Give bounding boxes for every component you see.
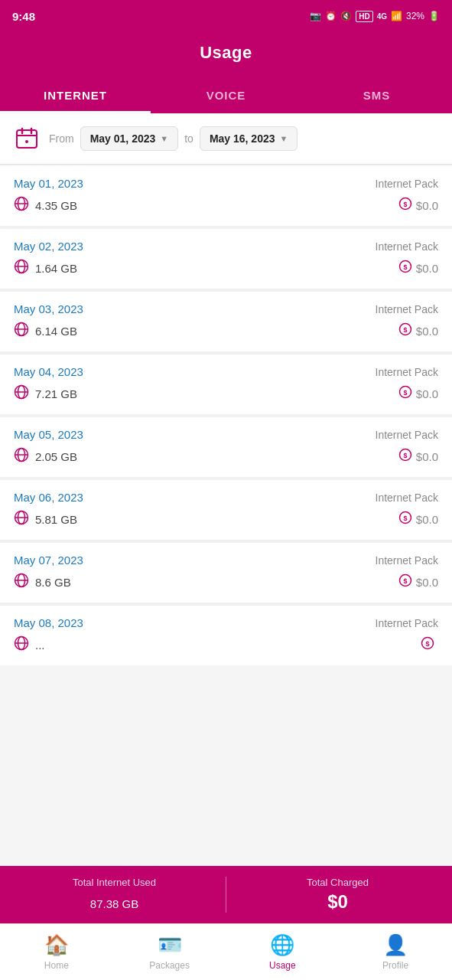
globe-icon [14,196,29,215]
svg-point-4 [25,140,28,143]
usage-cost: $ $0.0 [398,260,438,277]
summary-bar: Total Internet Used 87.38 GB Total Charg… [0,866,452,923]
usage-type: Internet Pack [376,303,439,315]
cost-value: $0.0 [416,513,438,526]
signal-icon: 📶 [391,11,402,21]
data-amount: ... [35,639,45,652]
usage-data: 8.6 GB [14,573,71,592]
usage-card: May 04, 2023 Internet Pack 7.21 GB [0,354,452,414]
usage-date: May 02, 2023 [14,240,83,253]
svg-text:$: $ [403,263,407,271]
nav-packages-label: Packages [149,960,190,971]
nav-home[interactable]: 🏠 Home [0,924,113,980]
status-time: 9:48 [12,10,35,23]
usage-card: May 03, 2023 Internet Pack 6.14 GB [0,292,452,351]
status-icons: 📷 ⏰ 🔇 HD 4G 📶 32% 🔋 [310,11,440,22]
total-used-section: Total Internet Used 87.38 GB [15,877,226,913]
data-amount: 7.21 GB [35,387,77,400]
nav-home-label: Home [44,960,69,971]
home-icon: 🏠 [44,933,69,957]
alarm-icon: ⏰ [325,11,337,21]
usage-date: May 04, 2023 [14,365,83,378]
nav-profile-label: Profile [382,960,408,971]
globe-icon [14,573,29,592]
usage-type: Internet Pack [376,554,439,567]
coin-icon: $ [421,636,434,654]
usage-type: Internet Pack [376,492,439,504]
cost-value: $0.0 [416,325,438,338]
date-range-selector: From May 01, 2023 ▼ to May 16, 2023 ▼ [49,126,440,151]
to-date-chevron-icon: ▼ [280,134,288,143]
data-amount: 2.05 GB [35,450,77,463]
tab-sms[interactable]: SMS [301,78,452,111]
usage-card: May 06, 2023 Internet Pack 5.81 GB [0,480,452,540]
total-used-value: 87.38 GB [15,891,213,913]
from-date-dropdown[interactable]: May 01, 2023 ▼ [80,126,179,151]
cost-value: $0.0 [416,450,438,463]
to-date-value: May 16, 2023 [210,132,275,145]
nav-packages[interactable]: 🪪 Packages [113,924,226,980]
tab-bar: INTERNET VOICE SMS [0,78,452,113]
nav-usage-label: Usage [269,960,296,971]
svg-text:$: $ [403,514,407,522]
usage-card: May 05, 2023 Internet Pack 2.05 GB [0,417,452,477]
svg-rect-0 [17,130,37,148]
total-used-label: Total Internet Used [15,877,213,888]
globe-icon [14,447,29,466]
globe-icon [14,259,29,278]
usage-data: 2.05 GB [14,447,77,466]
battery-icon: 🔋 [428,11,440,21]
svg-text:$: $ [403,201,407,208]
calendar-icon [12,124,41,153]
data-amount: 4.35 GB [35,199,77,212]
svg-text:$: $ [425,640,429,648]
coin-icon: $ [398,573,412,591]
usage-cost: $ $0.0 [398,385,438,403]
usage-date: May 08, 2023 [14,616,83,629]
usage-type: Internet Pack [376,429,439,441]
usage-card: May 02, 2023 Internet Pack 1.64 GB [0,229,452,289]
usage-cost: $ $0.0 [398,573,438,591]
coin-icon: $ [398,511,412,528]
usage-data: 4.35 GB [14,196,77,215]
usage-card: May 08, 2023 Internet Pack ... [0,606,452,665]
from-label: From [49,132,74,145]
nav-usage[interactable]: 🌐 Usage [226,924,340,980]
page-title: Usage [0,43,452,63]
svg-text:$: $ [403,326,407,334]
profile-icon: 👤 [383,933,408,957]
date-filter: From May 01, 2023 ▼ to May 16, 2023 ▼ [0,113,452,165]
usage-list: May 01, 2023 Internet Pack 4.35 GB [0,166,452,665]
usage-cost: $ $0.0 [398,322,438,340]
usage-icon: 🌐 [270,933,294,957]
usage-card: May 07, 2023 Internet Pack 8.6 GB [0,543,452,603]
svg-text:$: $ [403,452,407,459]
usage-type: Internet Pack [376,617,439,629]
usage-cost: $ [421,636,438,654]
usage-cost: $ $0.0 [398,511,438,528]
usage-data: 7.21 GB [14,384,77,403]
sim-icon: 📷 [310,11,321,21]
globe-icon [14,510,29,529]
usage-date: May 05, 2023 [14,428,83,441]
data-amount: 1.64 GB [35,262,77,275]
battery-text: 32% [406,11,424,21]
globe-icon [14,322,29,341]
tab-internet[interactable]: INTERNET [0,78,151,111]
nav-profile[interactable]: 👤 Profile [339,924,452,980]
svg-text:$: $ [403,577,407,585]
cost-value: $0.0 [416,387,438,400]
tab-voice[interactable]: VOICE [151,78,301,111]
coin-icon: $ [398,197,412,214]
usage-type: Internet Pack [376,366,439,378]
cost-value: $0.0 [416,262,438,275]
hd-badge: HD [356,11,372,22]
to-date-dropdown[interactable]: May 16, 2023 ▼ [200,126,298,151]
total-charged-section: Total Charged $0 [226,877,437,913]
data-amount: 5.81 GB [35,513,77,526]
mute-icon: 🔇 [340,11,352,21]
usage-date: May 03, 2023 [14,302,83,315]
total-charged-label: Total Charged [239,877,437,888]
usage-cost: $ $0.0 [398,197,438,214]
coin-icon: $ [398,260,412,277]
